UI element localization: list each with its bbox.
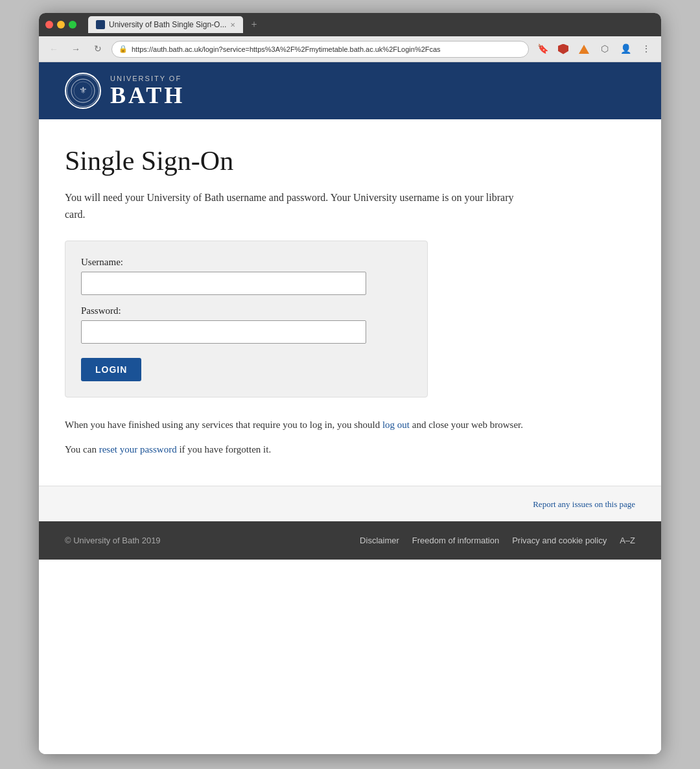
tab-title: University of Bath Single Sign-O... — [109, 20, 226, 29]
lock-icon: 🔒 — [119, 45, 128, 53]
username-input[interactable] — [81, 272, 366, 295]
toolbar-right: 🔖 ⬡ 👤 ⋮ — [534, 41, 655, 58]
back-button[interactable]: ← — [45, 41, 62, 58]
account-icon[interactable]: 👤 — [617, 41, 634, 58]
tab-close-icon[interactable]: ✕ — [230, 21, 235, 29]
url-text: https://auth.bath.ac.uk/login?service=ht… — [132, 45, 522, 53]
tab-bar: University of Bath Single Sign-O... ✕ + — [88, 16, 655, 33]
logo-bath: BATH — [110, 84, 185, 107]
login-form-container: Username: Password: LOGIN — [65, 241, 428, 397]
password-label: Password: — [81, 305, 412, 316]
sub-footer: Report any issues on this page — [39, 486, 661, 521]
footer-link-privacy[interactable]: Privacy and cookie policy — [512, 536, 607, 545]
login-button[interactable]: LOGIN — [81, 358, 141, 381]
logo-circle: ⚜ — [65, 73, 101, 109]
page-title: Single Sign-On — [65, 145, 635, 176]
logo-text: UNIVERSITY OF BATH — [110, 75, 185, 107]
close-button[interactable] — [45, 21, 53, 29]
username-group: Username: — [81, 257, 412, 295]
main-content: Single Sign-On You will need your Univer… — [39, 119, 661, 486]
info1-prefix: When you have finished using any service… — [65, 420, 382, 430]
tab-favicon — [96, 20, 105, 29]
maximize-button[interactable] — [69, 21, 76, 29]
minimize-button[interactable] — [57, 21, 65, 29]
footer-links: Disclaimer Freedom of information Privac… — [360, 536, 635, 545]
svg-text:⚜: ⚜ — [79, 86, 88, 95]
reset-password-link[interactable]: reset your password — [99, 444, 177, 455]
triangle-warning-icon — [579, 45, 589, 54]
password-input[interactable] — [81, 320, 366, 344]
new-tab-button[interactable]: + — [251, 19, 257, 30]
toolbar: ← → ↻ 🔒 https://auth.bath.ac.uk/login?se… — [39, 36, 661, 62]
info2-suffix: if you have forgotten it. — [177, 444, 272, 455]
info2-prefix: You can — [65, 444, 99, 455]
address-bar[interactable]: 🔒 https://auth.bath.ac.uk/login?service=… — [111, 41, 529, 58]
footer-link-foi[interactable]: Freedom of information — [412, 536, 499, 545]
titlebar: University of Bath Single Sign-O... ✕ + — [39, 13, 661, 36]
shield-icon — [558, 44, 568, 54]
browser-window: University of Bath Single Sign-O... ✕ + … — [39, 13, 661, 754]
shield-badge[interactable] — [555, 41, 572, 58]
forward-button[interactable]: → — [67, 41, 84, 58]
info-text-1: When you have finished using any service… — [65, 417, 635, 432]
bookmark-icon[interactable]: 🔖 — [534, 41, 551, 58]
username-label: Username: — [81, 257, 412, 268]
warning-icon[interactable] — [576, 41, 592, 58]
logo-university-of: UNIVERSITY OF — [110, 75, 185, 82]
info-text-2: You can reset your password if you have … — [65, 442, 635, 457]
traffic-lights — [45, 21, 76, 29]
below-fold — [39, 560, 661, 754]
active-tab[interactable]: University of Bath Single Sign-O... ✕ — [88, 16, 243, 33]
footer-link-disclaimer[interactable]: Disclaimer — [360, 536, 399, 545]
menu-icon[interactable]: ⋮ — [638, 41, 655, 58]
footer-copyright: © University of Bath 2019 — [65, 536, 161, 545]
university-crest-svg: ⚜ — [70, 78, 96, 104]
page-content: ⚜ UNIVERSITY OF BATH Single Sign-On You … — [39, 62, 661, 754]
info1-suffix: and close your web browser. — [410, 420, 523, 430]
site-footer: © University of Bath 2019 Disclaimer Fre… — [39, 521, 661, 560]
logout-link[interactable]: log out — [382, 420, 410, 430]
reload-button[interactable]: ↻ — [89, 41, 106, 58]
footer-link-az[interactable]: A–Z — [620, 536, 635, 545]
extensions-icon[interactable]: ⬡ — [596, 41, 613, 58]
site-header: ⚜ UNIVERSITY OF BATH — [39, 62, 661, 119]
password-group: Password: — [81, 305, 412, 344]
logo-inner: ⚜ — [67, 75, 99, 107]
report-issues-link[interactable]: Report any issues on this page — [533, 499, 635, 509]
intro-text: You will need your University of Bath us… — [65, 189, 519, 222]
